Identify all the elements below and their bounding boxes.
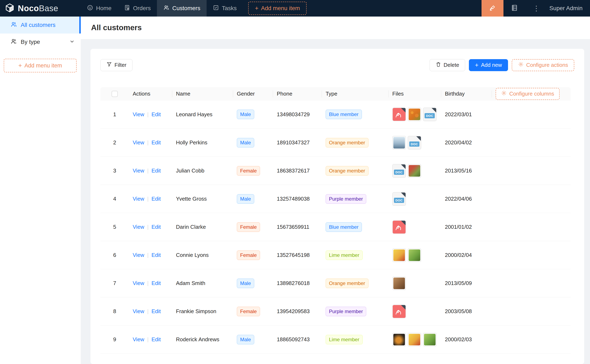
nocobase-logo-icon [5,3,14,13]
doc-file-thumbnail[interactable]: DOC [392,164,406,178]
phone-number: 18910347327 [273,129,322,157]
configure-actions-button[interactable]: Configure actions [512,59,574,71]
plus-icon: + [475,62,479,68]
select-all-checkbox[interactable] [112,91,118,97]
empty-cell [492,269,570,297]
ui-editor-toggle-button[interactable] [482,0,504,17]
view-link[interactable]: View [133,336,144,343]
customer-name: Holly Perkins [172,129,233,157]
pdf-file-thumbnail[interactable] [392,220,406,234]
configure-columns-button[interactable]: Configure columns [496,88,560,100]
trash-icon [436,62,441,69]
image-file-thumbnail[interactable] [408,333,421,346]
phone-number: 13498034729 [273,101,322,129]
member-type-tag: Purple member [326,194,366,204]
divider: | [147,139,149,146]
view-link[interactable]: View [133,139,144,146]
edit-link[interactable]: Edit [152,280,161,286]
edit-link[interactable]: Edit [152,224,161,230]
view-link[interactable]: View [133,111,144,117]
nav-item-home[interactable]: Home [81,0,118,17]
nav-item-orders[interactable]: Orders [118,0,157,17]
files-cell [389,297,441,325]
table-row: 8 View|Edit Frankie Simpson Female 13954… [100,297,570,325]
edit-link[interactable]: Edit [152,111,161,117]
birthday: 2013/05/09 [441,269,492,297]
edit-link[interactable]: Edit [152,252,161,258]
sidebar-item-all-customers[interactable]: All customers [0,17,81,33]
customer-name: Adam Smith [172,269,233,297]
delete-button[interactable]: Delete [430,59,465,71]
edit-link[interactable]: Edit [152,336,161,343]
nav-item-customers[interactable]: Customers [157,0,206,17]
row-index: 6 [100,241,129,269]
gender-cell: Male [233,101,273,129]
divider: | [147,280,149,286]
more-options-button[interactable]: ⋮ [525,0,547,17]
nav-item-tasks[interactable]: Tasks [207,0,243,17]
customers-icon [163,5,169,12]
sidebar-add-menu-item-button[interactable]: + Add menu item [4,59,77,72]
configure-columns-label: Configure columns [509,91,554,97]
nav-add-menu-item-button[interactable]: + Add menu item [248,2,307,15]
api-database-button[interactable] [504,0,525,17]
edit-link[interactable]: Edit [152,196,161,202]
top-nav: NocoBase Home Orders Customers Tasks [0,0,590,17]
files-cell: DOC [389,157,441,185]
orders-icon [124,5,130,12]
view-link[interactable]: View [133,308,144,314]
view-link[interactable]: View [133,168,144,174]
doc-file-thumbnail[interactable]: DOC [408,136,421,150]
view-link[interactable]: View [133,224,144,230]
user-menu[interactable]: Super Admin [547,5,590,12]
pdf-file-thumbnail[interactable] [392,108,406,121]
table-row: 6 View|Edit Connie Lyons Female 13527645… [100,241,570,269]
birthday: 2022/04/06 [441,185,492,213]
image-file-thumbnail[interactable] [408,248,421,262]
view-link[interactable]: View [133,252,144,258]
doc-file-thumbnail[interactable]: DOC [392,192,406,206]
gender-cell: Male [233,325,273,354]
filter-button[interactable]: Filter [100,59,133,71]
gender-cell: Male [233,269,273,297]
image-file-thumbnail[interactable] [423,333,437,346]
gender-tag: Male [237,194,254,204]
row-index: 4 [100,185,129,213]
image-file-thumbnail[interactable] [392,136,406,150]
database-icon [511,4,518,13]
sidebar-item-by-type[interactable]: By type [0,33,81,51]
main-menu: Home Orders Customers Tasks [81,0,243,17]
row-actions: View|Edit [129,297,172,325]
image-file-thumbnail[interactable] [408,164,421,178]
add-new-button[interactable]: + Add new [469,59,508,71]
image-file-thumbnail[interactable] [392,277,406,290]
type-cell: Blue member [322,101,389,129]
image-file-thumbnail[interactable] [392,248,406,262]
doc-file-thumbnail[interactable]: DOC [423,108,437,121]
row-actions: View|Edit [129,269,172,297]
active-indicator [79,17,81,33]
table-row: 5 View|Edit Darin Clarke Female 15673659… [100,213,570,241]
app-logo[interactable]: NocoBase [0,3,81,13]
edit-link[interactable]: Edit [152,168,161,174]
view-link[interactable]: View [133,280,144,286]
gender-tag: Male [237,138,254,148]
view-link[interactable]: View [133,196,144,202]
birthday: 2022/03/01 [441,101,492,129]
type-cell: Purple member [322,297,389,325]
member-type-tag: Lime member [326,335,363,344]
row-index: 3 [100,157,129,185]
image-file-thumbnail[interactable] [408,108,421,121]
birthday: 2003/05/08 [441,297,492,325]
image-file-thumbnail[interactable] [392,333,406,346]
pdf-file-thumbnail[interactable] [392,305,406,318]
birthday: 2000/02/04 [441,241,492,269]
gender-cell: Female [233,297,273,325]
divider: | [147,252,149,258]
member-type-tag: Orange member [326,138,369,148]
configure-actions-label: Configure actions [526,62,568,68]
edit-link[interactable]: Edit [152,308,161,314]
edit-link[interactable]: Edit [152,139,161,146]
files-cell: DOC [389,185,441,213]
column-header-phone: Phone [273,87,322,101]
